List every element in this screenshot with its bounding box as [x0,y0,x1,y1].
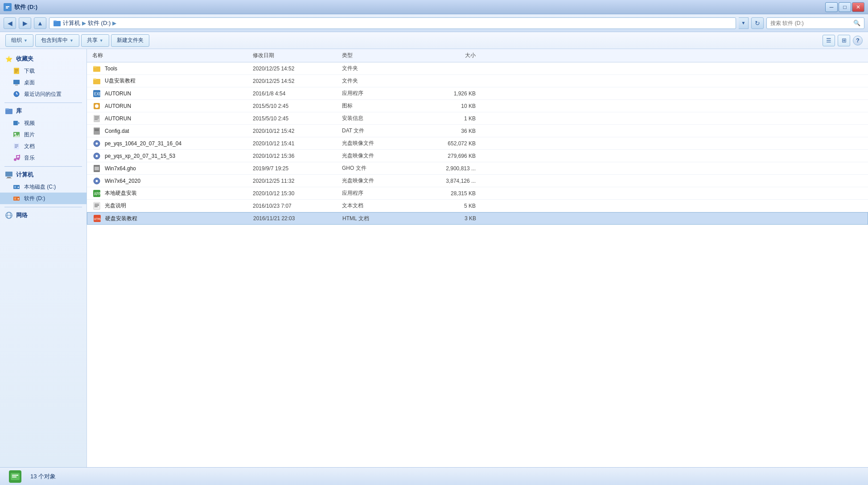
col-header-name[interactable]: 名称 [92,52,253,59]
search-icon[interactable]: 🔍 [853,20,860,26]
search-input[interactable] [770,20,853,26]
table-row[interactable]: U盘安装教程 2020/12/25 14:52 文件夹 [87,75,868,87]
table-row[interactable]: AUTORUN 2015/5/10 2:45 图标 10 KB [87,100,868,112]
view-toggle-button[interactable]: ⊞ [838,35,850,46]
col-header-size[interactable]: 大小 [413,52,476,59]
file-name-cell: Tools [92,64,253,73]
file-name-cell: AUTORUN [92,114,253,123]
file-icon [92,114,101,123]
svg-rect-52 [95,118,99,119]
back-button[interactable]: ◀ [4,17,16,29]
downloads-icon [12,67,21,75]
svg-rect-31 [7,177,11,178]
sidebar-item-downloads[interactable]: 下载 [0,65,86,77]
file-size-cell: 28,315 KB [413,190,476,197]
col-header-type[interactable]: 类型 [342,52,413,59]
table-row[interactable]: Config.dat 2020/10/12 15:42 DAT 文件 36 KB [87,125,868,137]
sidebar-item-recent[interactable]: 最近访问的位置 [0,88,86,100]
file-size-cell: 3,874,126 ... [413,178,476,184]
table-row[interactable]: EXE AUTORUN 2016/1/8 4:54 应用程序 1,926 KB [87,87,868,100]
recent-icon [12,90,21,98]
sidebar-item-documents[interactable]: 文档 [0,140,86,152]
file-date-cell: 2020/10/12 15:42 [253,128,342,134]
address-dropdown[interactable]: ▼ [739,17,749,29]
file-date-cell: 2015/5/10 2:45 [253,103,342,109]
help-button[interactable]: ? [853,36,863,45]
file-name-cell: Win7x64_2020 [92,177,253,185]
sidebar-item-local-c[interactable]: 本地磁盘 (C:) [0,181,86,193]
sidebar-section-computer: 计算机 本地磁盘 (C:) 软件 (D:) [0,169,86,204]
col-header-date[interactable]: 修改日期 [253,52,342,59]
table-row[interactable]: 光盘说明 2016/10/23 7:07 文本文档 5 KB [87,200,868,212]
sidebar-item-video[interactable]: 视频 [0,117,86,129]
svg-rect-70 [95,206,98,207]
sidebar-section-network: 网络 [0,209,86,222]
file-name-cell: HTML 硬盘安装教程 [93,214,253,223]
table-row[interactable]: Win7x64_2020 2020/12/25 11:32 光盘映像文件 3,8… [87,175,868,187]
forward-button[interactable]: ▶ [19,17,31,29]
sidebar-item-music[interactable]: 音乐 [0,152,86,164]
address-box[interactable]: 计算机 ▶ 软件 (D:) ▶ [49,17,736,29]
search-box[interactable]: 🔍 [766,17,864,29]
sidebar-favorites-header[interactable]: ⭐ 收藏夹 [0,53,86,65]
up-button[interactable]: ▲ [34,17,46,29]
sidebar-item-software-d[interactable]: 软件 (D:) [0,193,86,204]
svg-point-58 [96,142,98,144]
close-button[interactable]: ✕ [852,2,864,12]
svg-text:EXE: EXE [94,92,101,96]
view-options-button[interactable]: ☰ [823,35,835,46]
table-row[interactable]: APP 本地硬盘安装 2020/10/12 15:30 应用程序 28,315 … [87,187,868,200]
minimize-button[interactable]: ─ [825,2,838,12]
table-row[interactable]: pe_yqs_1064_20_07_31_16_04 2020/10/12 15… [87,137,868,150]
file-date-cell: 2020/12/25 14:52 [253,78,342,84]
svg-rect-54 [94,127,100,135]
new-folder-button[interactable]: 新建文件夹 [111,34,149,47]
file-name-cell: 光盘说明 [92,201,253,210]
svg-rect-15 [5,108,9,110]
share-button[interactable]: 共享 ▼ [81,34,109,47]
svg-rect-67 [94,202,100,210]
sidebar-item-images[interactable]: 图片 [0,129,86,140]
include-library-button[interactable]: 包含到库中 ▼ [35,34,79,47]
refresh-button[interactable]: ↻ [751,17,764,29]
file-size-cell: 2,900,813 ... [413,165,476,172]
file-icon [92,102,101,111]
sidebar-computer-header[interactable]: 计算机 [0,169,86,181]
sidebar-library-header[interactable]: 库 [0,105,86,117]
table-row[interactable]: AUTORUN 2015/5/10 2:45 安装信息 1 KB [87,112,868,125]
table-row[interactable]: Win7x64.gho 2019/9/7 19:25 GHO 文件 2,900,… [87,162,868,175]
file-type-cell: 文件夹 [342,65,413,72]
svg-rect-2 [6,8,8,8]
file-type-cell: 文本文档 [342,202,413,210]
organize-button[interactable]: 组织 ▼ [5,34,33,47]
titlebar-icon [4,3,12,11]
file-date-cell: 2015/5/10 2:45 [253,115,342,122]
file-type-cell: HTML 文档 [342,215,414,222]
desktop-icon [12,78,21,86]
file-type-cell: DAT 文件 [342,127,413,135]
file-date-cell: 2020/10/12 15:30 [253,190,342,197]
svg-rect-34 [14,186,16,188]
svg-rect-37 [14,197,16,200]
maximize-button[interactable]: □ [839,2,851,12]
svg-rect-43 [93,66,96,67]
sidebar-network-header[interactable]: 网络 [0,209,86,222]
file-name-cell: Win7x64.gho [92,164,253,173]
table-row[interactable]: Tools 2020/12/25 14:52 文件夹 [87,62,868,75]
svg-text:APP: APP [94,192,101,196]
titlebar-title: 软件 (D:) [14,3,37,11]
file-icon [92,201,101,210]
table-row[interactable]: HTML 硬盘安装教程 2016/11/21 22:03 HTML 文档 3 K… [87,212,868,225]
sidebar-item-desktop[interactable]: 桌面 [0,77,86,88]
file-icon [92,164,101,173]
file-list-header: 名称 修改日期 类型 大小 [87,49,868,62]
file-icon: HTML [93,214,102,223]
file-type-cell: 应用程序 [342,90,413,97]
drive-c-icon [12,183,21,191]
table-row[interactable]: pe_yqs_xp_20_07_31_15_53 2020/10/12 15:3… [87,150,868,162]
file-size-cell: 10 KB [413,103,476,109]
svg-rect-23 [15,146,18,147]
svg-rect-24 [15,147,17,148]
file-name-cell: Config.dat [92,127,253,136]
file-size-cell: 3 KB [414,215,476,222]
